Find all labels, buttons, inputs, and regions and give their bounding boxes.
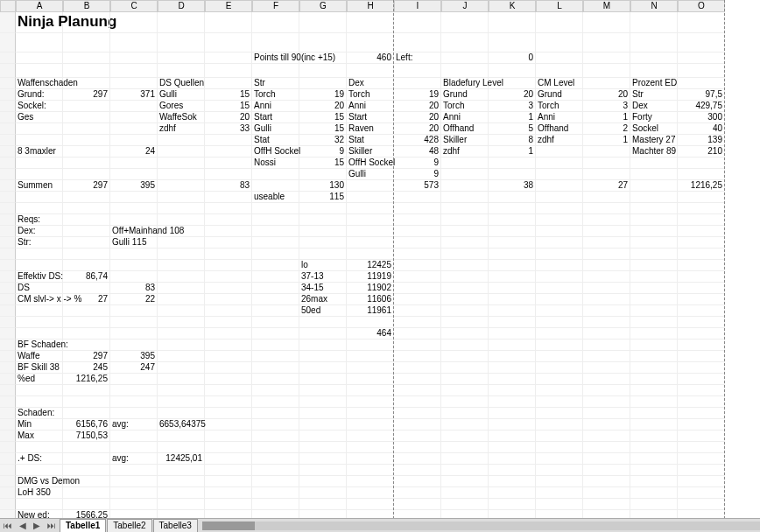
cell-J-sp4[interactable] <box>441 248 489 260</box>
cell-B-r25[interactable] <box>63 305 110 317</box>
cell-B-r38[interactable] <box>63 453 110 465</box>
cell-L-r30[interactable] <box>536 362 583 374</box>
cell-G-r38[interactable] <box>299 453 347 465</box>
cell-N-r10[interactable]: Mastery 27 <box>630 135 678 146</box>
cell-D-r15[interactable] <box>158 192 205 203</box>
cell-O-r7[interactable]: 429,75 <box>678 101 725 112</box>
cell-E-r13[interactable] <box>205 169 252 180</box>
cell-I-r15[interactable] <box>394 192 441 203</box>
cell-F-title[interactable] <box>252 12 299 33</box>
row-gutter[interactable] <box>0 465 16 476</box>
cell-J-r36[interactable] <box>441 430 489 442</box>
cell-F-sp8[interactable] <box>252 442 299 453</box>
cell-N-r40[interactable] <box>630 476 678 487</box>
cell-J-r14[interactable] <box>441 180 489 192</box>
row-gutter[interactable] <box>0 499 16 510</box>
cell-F-r27[interactable] <box>252 328 299 340</box>
cell-E-r40[interactable] <box>205 476 252 487</box>
cell-B-r19[interactable] <box>63 237 110 248</box>
cell-M-sp7[interactable] <box>583 396 630 408</box>
cell-M-r35[interactable] <box>583 419 630 430</box>
cell-O-r18[interactable] <box>678 226 725 237</box>
cell-F-r14[interactable] <box>252 180 299 192</box>
cell-A-r11[interactable]: 8 3maxler <box>16 146 63 158</box>
cell-E-r25[interactable] <box>205 305 252 317</box>
cell-D-sp6[interactable] <box>158 385 205 396</box>
cell-E-r5[interactable] <box>205 78 252 89</box>
cell-B-r36[interactable]: 7150,53 <box>63 430 110 442</box>
cell-I-r34[interactable] <box>394 408 441 419</box>
cell-I-r7[interactable]: 20 <box>394 101 441 112</box>
cell-M-r25[interactable] <box>583 305 630 317</box>
cell-A-r5[interactable]: Waffenschaden <box>16 78 63 89</box>
cell-I-r27[interactable] <box>394 328 441 340</box>
cell-J-r22[interactable] <box>441 271 489 283</box>
cell-C-r29[interactable]: 395 <box>110 351 158 362</box>
cell-J-r11[interactable]: zdhf <box>441 146 489 158</box>
cell-O-title[interactable] <box>678 12 725 33</box>
cell-B-sp5[interactable] <box>63 317 110 328</box>
cell-K-r22[interactable] <box>489 271 536 283</box>
cell-D-sp7[interactable] <box>158 396 205 408</box>
row-gutter[interactable] <box>0 203 16 214</box>
row-gutter[interactable] <box>0 89 16 101</box>
tab-tabelle1[interactable]: Tabelle1 <box>60 519 106 533</box>
cell-H-r30[interactable] <box>347 362 394 374</box>
cell-M-sp9[interactable] <box>583 465 630 476</box>
cell-G-sp4[interactable] <box>299 248 347 260</box>
cell-M-sp8[interactable] <box>583 442 630 453</box>
cell-I-r36[interactable] <box>394 430 441 442</box>
cell-A-sp2[interactable] <box>16 64 63 78</box>
cell-F-r7[interactable]: Anni <box>252 101 299 112</box>
cell-A-r9[interactable] <box>16 123 63 135</box>
cell-I-sp4[interactable] <box>394 248 441 260</box>
cell-D-r18[interactable] <box>158 226 205 237</box>
cell-H-sp1[interactable] <box>347 33 394 52</box>
cell-L-sp5[interactable] <box>536 317 583 328</box>
cell-D-r17[interactable] <box>158 214 205 226</box>
row-gutter[interactable] <box>0 112 16 123</box>
cell-E-sp8[interactable] <box>205 442 252 453</box>
cell-I-r18[interactable] <box>394 226 441 237</box>
row-gutter[interactable] <box>0 305 16 317</box>
cell-O-sp6[interactable] <box>678 385 725 396</box>
cell-N-sp9[interactable] <box>630 465 678 476</box>
cell-K-r9[interactable]: 5 <box>489 123 536 135</box>
cell-F-r17[interactable] <box>252 214 299 226</box>
cell-B-sp7[interactable] <box>63 396 110 408</box>
cell-B-sp3[interactable] <box>63 203 110 214</box>
cell-M-r7[interactable]: 3 <box>583 101 630 112</box>
row-gutter[interactable] <box>0 442 16 453</box>
col-header-G[interactable]: G <box>299 0 347 12</box>
cell-G-r3[interactable]: (inc +15) <box>299 52 347 64</box>
row-gutter[interactable] <box>0 430 16 442</box>
cell-D-r34[interactable] <box>158 408 205 419</box>
row-gutter[interactable] <box>0 248 16 260</box>
cell-E-sp2[interactable] <box>205 64 252 78</box>
cell-K-r29[interactable] <box>489 351 536 362</box>
cell-E-r27[interactable] <box>205 328 252 340</box>
cell-A-sp5[interactable] <box>16 317 63 328</box>
cell-G-r15[interactable]: 115 <box>299 192 347 203</box>
cell-D-r30[interactable] <box>158 362 205 374</box>
cell-G-r11[interactable]: 9 <box>299 146 347 158</box>
cell-L-r17[interactable] <box>536 214 583 226</box>
cell-I-title[interactable] <box>394 12 441 33</box>
col-header-J[interactable]: J <box>441 0 489 12</box>
cell-B-r9[interactable] <box>63 123 110 135</box>
cell-K-r3[interactable]: 0 <box>489 52 536 64</box>
cell-N-r34[interactable] <box>630 408 678 419</box>
cell-N-r5[interactable]: Prozent ED <box>630 78 678 89</box>
cell-E-sp9[interactable] <box>205 465 252 476</box>
cell-K-r24[interactable] <box>489 294 536 305</box>
cell-O-r6[interactable]: 97,5 <box>678 89 725 101</box>
cell-K-r6[interactable]: 20 <box>489 89 536 101</box>
cell-H-r14[interactable] <box>347 180 394 192</box>
cell-O-r12[interactable] <box>678 158 725 169</box>
col-header-C[interactable]: C <box>110 0 158 12</box>
cell-B-sp2[interactable] <box>63 64 110 78</box>
cell-A-r3[interactable] <box>16 52 63 64</box>
cell-A-r18[interactable]: Dex: <box>16 226 63 237</box>
cell-K-r31[interactable] <box>489 374 536 385</box>
cell-G-r27[interactable] <box>299 328 347 340</box>
